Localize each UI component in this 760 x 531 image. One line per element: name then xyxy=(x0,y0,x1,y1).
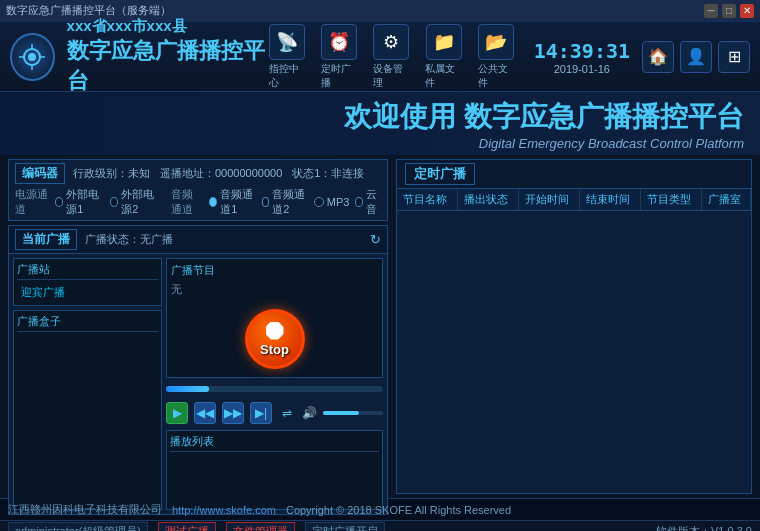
monitor-label: 指控中心 xyxy=(269,62,305,90)
private-label: 私属文件 xyxy=(425,62,461,90)
ch2-radio[interactable]: 外部电源2 xyxy=(110,187,159,217)
app-logo-icon xyxy=(10,33,55,81)
yunyin-dot xyxy=(355,197,362,207)
home-button[interactable]: 🏠 xyxy=(642,41,674,73)
footer-copyright: Copyright © 2018 SKOFE All Rights Reserv… xyxy=(286,504,511,516)
encoder-section: 编码器 行政级别：未知 遥播地址：00000000000 状态1：非连接 电源通… xyxy=(8,159,388,221)
audio1-dot xyxy=(209,197,217,207)
broadcast-section: 当前广播 广播状态：无广播 ↻ 广播站 迎宾广播 广播盒子 xyxy=(8,225,388,515)
play-button[interactable]: ▶ xyxy=(166,402,188,424)
public-icon: 📂 xyxy=(478,24,514,60)
clock-date: 2019-01-16 xyxy=(554,63,610,75)
xingzheng: 行政级别：未知 xyxy=(73,166,150,181)
audio2-dot xyxy=(262,197,270,207)
nav-monitor[interactable]: 📡 指控中心 xyxy=(269,24,305,90)
maximize-button[interactable]: □ xyxy=(722,4,736,18)
svg-point-1 xyxy=(28,53,36,61)
box-panel: 广播盒子 xyxy=(13,310,162,510)
ch1-dot xyxy=(55,197,63,207)
repeat-icon[interactable]: ⇌ xyxy=(282,406,292,420)
next-button[interactable]: ▶▶ xyxy=(222,402,244,424)
stop-label: Stop xyxy=(260,342,289,357)
nav-scheduled[interactable]: ⏰ 定时广播 xyxy=(321,24,357,90)
audio2-label: 音频通道2 xyxy=(272,187,307,217)
volume-icon: 🔊 xyxy=(302,406,317,420)
yunyin-radio[interactable]: 云音 xyxy=(355,187,381,217)
stop-button[interactable]: Stop xyxy=(245,309,305,369)
header-title-block: xxx省xxx市xxx县 数字应急广播播控平台 xyxy=(67,17,270,96)
program-header: 广播节目 xyxy=(171,263,215,278)
controls-row: ▶ ◀◀ ▶▶ ▶| ⇌ 🔊 xyxy=(166,400,383,426)
ch2-label: 外部电源2 xyxy=(121,187,159,217)
playlist-title: 播放列表 xyxy=(170,434,379,452)
nav-device[interactable]: ⚙ 设备管理 xyxy=(373,24,409,90)
mp3-dot xyxy=(314,197,324,207)
nav-public[interactable]: 📂 公共文件 xyxy=(478,24,514,90)
col-status: 播出状态 xyxy=(457,189,518,211)
dizhi: 遥播地址：00000000000 xyxy=(160,166,282,181)
col-room: 广播室 xyxy=(701,189,750,211)
scheduled-icon: ⏰ xyxy=(321,24,357,60)
encoder-info: 行政级别：未知 遥播地址：00000000000 状态1：非连接 xyxy=(73,166,364,181)
power-channel-group: 电源通道 外部电源1 外部电源2 xyxy=(15,187,159,217)
close-button[interactable]: ✕ xyxy=(740,4,754,18)
device-icon: ⚙ xyxy=(373,24,409,60)
welcome-en: Digital Emergency Broadcast Control Plat… xyxy=(16,136,744,151)
minimize-button[interactable]: ─ xyxy=(704,4,718,18)
status-files[interactable]: 文件管理器 xyxy=(226,522,295,531)
audio1-label: 音频通道1 xyxy=(220,187,255,217)
ch2-dot xyxy=(110,197,118,207)
ch1-radio[interactable]: 外部电源1 xyxy=(55,187,104,217)
progress-bar[interactable] xyxy=(166,386,383,392)
station-item[interactable]: 迎宾广播 xyxy=(17,283,158,302)
audio-channel-group: 音频通道 音频通道1 音频通道2 MP3 云音 xyxy=(171,187,381,217)
window-controls: ─ □ ✕ xyxy=(704,4,754,18)
broadcast-title: 当前广播 xyxy=(15,229,77,250)
yunyin-label: 云音 xyxy=(366,187,381,217)
encoder-header: 编码器 行政级别：未知 遥播地址：00000000000 状态1：非连接 xyxy=(15,163,381,184)
user-button[interactable]: 👤 xyxy=(680,41,712,73)
col-type: 节目类型 xyxy=(640,189,701,211)
program-panel: 广播节目 无 Stop xyxy=(166,258,383,378)
audio-channel-label: 音频通道 xyxy=(171,187,203,217)
region-title: xxx省xxx市xxx县 xyxy=(67,17,270,36)
station-label: 广播站 xyxy=(17,262,158,280)
private-icon: 📁 xyxy=(426,24,462,60)
monitor-icon: 📡 xyxy=(269,24,305,60)
broadcast-header: 当前广播 广播状态：无广播 ↻ xyxy=(9,226,387,254)
scheduled-label: 定时广播 xyxy=(321,62,357,90)
audio2-radio[interactable]: 音频通道2 xyxy=(262,187,308,217)
ch1-label: 外部电源1 xyxy=(66,187,104,217)
header-right-icons: 🏠 👤 ⊞ xyxy=(642,41,750,73)
welcome-cn: 欢迎使用 数字应急广播播控平台 xyxy=(16,98,744,136)
refresh-icon[interactable]: ↻ xyxy=(370,232,381,247)
statusbar: administrator(超级管理员) 测试广播 文件管理器 定时广播开启 软… xyxy=(0,520,760,531)
footer-website[interactable]: http://www.skofe.com xyxy=(172,504,276,516)
public-label: 公共文件 xyxy=(478,62,514,90)
schedule-table: 节目名称 播出状态 开始时间 结束时间 节目类型 广播室 xyxy=(397,189,751,211)
header: xxx省xxx市xxx县 数字应急广播播控平台 📡 指控中心 ⏰ 定时广播 ⚙ … xyxy=(0,22,760,92)
status-test[interactable]: 测试广播 xyxy=(158,522,216,531)
zhuangtai: 状态1：非连接 xyxy=(292,166,364,181)
end-button[interactable]: ▶| xyxy=(250,402,272,424)
program-value: 无 xyxy=(171,282,182,297)
prev-button[interactable]: ◀◀ xyxy=(194,402,216,424)
mp3-radio[interactable]: MP3 xyxy=(314,196,350,208)
status-user: administrator(超级管理员) xyxy=(8,522,148,531)
audio1-radio[interactable]: 音频通道1 xyxy=(209,187,255,217)
station-panel: 广播站 迎宾广播 xyxy=(13,258,162,306)
broadcast-right: 广播节目 无 Stop xyxy=(166,258,383,510)
broadcast-left: 广播站 迎宾广播 广播盒子 xyxy=(13,258,162,510)
progress-fill xyxy=(166,386,209,392)
app-title: 数字应急广播播控平台 xyxy=(67,36,270,96)
volume-slider[interactable] xyxy=(323,411,383,415)
col-name: 节目名称 xyxy=(397,189,457,211)
nav-private[interactable]: 📁 私属文件 xyxy=(425,24,461,90)
clock-block: 14:39:31 2019-01-16 xyxy=(534,39,630,75)
volume-fill xyxy=(323,411,359,415)
status-timer[interactable]: 定时广播开启 xyxy=(305,522,385,531)
schedule-header-row: 节目名称 播出状态 开始时间 结束时间 节目类型 广播室 xyxy=(397,189,751,211)
main-area: 编码器 行政级别：未知 遥播地址：00000000000 状态1：非连接 电源通… xyxy=(0,155,760,498)
grid-button[interactable]: ⊞ xyxy=(718,41,750,73)
right-panel: 定时广播 节目名称 播出状态 开始时间 结束时间 节目类型 广播室 xyxy=(396,159,752,494)
